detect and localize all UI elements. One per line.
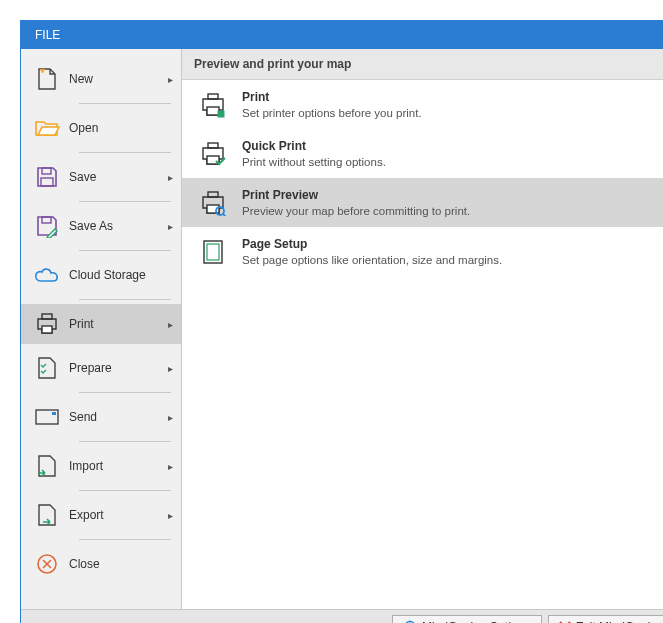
submenu-arrow-icon: ▸ xyxy=(163,172,173,183)
sidebar-item-label: Import xyxy=(61,459,163,473)
mindgenius-options-button[interactable]: MindGenius Options xyxy=(392,615,542,624)
exit-mindgenius-button[interactable]: Exit MindGenius xyxy=(548,615,663,624)
print-options-list: Print Set printer options before you pri… xyxy=(182,80,663,276)
svg-rect-1 xyxy=(41,178,53,186)
separator xyxy=(79,201,171,202)
sidebar-item-close[interactable]: Close xyxy=(21,544,181,584)
close-circle-icon xyxy=(33,552,61,576)
separator xyxy=(79,490,171,491)
sidebar-item-send[interactable]: Send ▸ xyxy=(21,397,181,437)
sidebar-item-print[interactable]: Print ▸ xyxy=(21,304,181,344)
cloud-icon xyxy=(33,266,61,284)
svg-line-16 xyxy=(223,214,226,216)
separator xyxy=(79,103,171,104)
svg-rect-2 xyxy=(42,217,51,223)
import-file-icon xyxy=(33,453,61,479)
option-desc: Set page options like orientation, size … xyxy=(242,254,663,266)
svg-rect-4 xyxy=(42,326,52,333)
printer-icon xyxy=(194,92,232,118)
sidebar-item-label: Print xyxy=(61,317,163,331)
titlebar: FILE xyxy=(21,21,663,49)
sidebar-item-label: Send xyxy=(61,410,163,424)
svg-rect-10 xyxy=(218,111,224,117)
printer-icon xyxy=(33,312,61,336)
svg-rect-3 xyxy=(42,314,52,319)
quick-print-icon xyxy=(194,141,232,167)
save-disk-icon xyxy=(33,165,61,189)
sidebar-item-label: Save xyxy=(61,170,163,184)
sidebar-item-save-as[interactable]: Save As ▸ xyxy=(21,206,181,246)
new-file-icon xyxy=(33,66,61,92)
svg-rect-9 xyxy=(207,107,219,115)
sidebar-item-label: Open xyxy=(61,121,173,135)
sidebar-item-open[interactable]: Open xyxy=(21,108,181,148)
submenu-arrow-icon: ▸ xyxy=(163,319,173,330)
sidebar-item-save[interactable]: Save ▸ xyxy=(21,157,181,197)
sidebar-item-label: Save As xyxy=(61,219,163,233)
sidebar-item-export[interactable]: Export ▸ xyxy=(21,495,181,535)
option-print-preview[interactable]: Print Preview Preview your map before co… xyxy=(182,178,663,227)
gear-icon xyxy=(403,620,417,624)
svg-rect-6 xyxy=(52,412,56,415)
sidebar-item-label: Close xyxy=(61,557,173,571)
print-submenu-panel: Preview and print your map Print Set pri xyxy=(181,49,663,609)
option-desc: Set printer options before you print. xyxy=(242,107,663,119)
sidebar-item-label: Prepare xyxy=(61,361,163,375)
option-desc: Print without setting options. xyxy=(242,156,663,168)
option-title: Print xyxy=(242,90,663,104)
open-folder-icon xyxy=(33,118,61,138)
print-preview-icon xyxy=(194,190,232,216)
separator xyxy=(79,152,171,153)
separator xyxy=(79,250,171,251)
titlebar-label: FILE xyxy=(35,28,60,42)
sidebar-item-new[interactable]: New ▸ xyxy=(21,59,181,99)
sidebar-item-prepare[interactable]: Prepare ▸ xyxy=(21,348,181,388)
export-file-icon xyxy=(33,502,61,528)
sidebar-item-label: Export xyxy=(61,508,163,522)
checklist-icon xyxy=(33,355,61,381)
button-label: Exit MindGenius xyxy=(576,620,663,624)
option-quick-print[interactable]: Quick Print Print without setting option… xyxy=(182,129,663,178)
page-setup-icon xyxy=(194,238,232,266)
option-page-setup[interactable]: Page Setup Set page options like orienta… xyxy=(182,227,663,276)
submenu-arrow-icon: ▸ xyxy=(163,74,173,85)
svg-rect-11 xyxy=(208,143,218,148)
file-menu-window: FILE New ▸ xyxy=(20,20,663,623)
submenu-arrow-icon: ▸ xyxy=(163,221,173,232)
svg-rect-0 xyxy=(42,168,51,174)
separator xyxy=(79,539,171,540)
menu-body: New ▸ Open xyxy=(21,49,663,609)
file-sidebar: New ▸ Open xyxy=(21,49,181,609)
panel-header: Preview and print your map xyxy=(182,49,663,80)
option-title: Print Preview xyxy=(242,188,663,202)
svg-rect-8 xyxy=(208,94,218,99)
svg-rect-13 xyxy=(208,192,218,197)
separator xyxy=(79,441,171,442)
option-title: Page Setup xyxy=(242,237,663,251)
option-title: Quick Print xyxy=(242,139,663,153)
option-desc: Preview your map before committing to pr… xyxy=(242,205,663,217)
sidebar-item-label: Cloud Storage xyxy=(61,268,173,282)
sidebar-item-label: New xyxy=(61,72,163,86)
separator xyxy=(79,299,171,300)
submenu-arrow-icon: ▸ xyxy=(163,363,173,374)
button-label: MindGenius Options xyxy=(422,620,531,624)
envelope-icon xyxy=(33,408,61,426)
sidebar-item-import[interactable]: Import ▸ xyxy=(21,446,181,486)
save-as-icon xyxy=(33,214,61,238)
sidebar-item-cloud-storage[interactable]: Cloud Storage xyxy=(21,255,181,295)
submenu-arrow-icon: ▸ xyxy=(163,412,173,423)
svg-rect-18 xyxy=(207,244,219,260)
option-print[interactable]: Print Set printer options before you pri… xyxy=(182,80,663,129)
footer-bar: MindGenius Options Exit MindGenius xyxy=(21,609,663,623)
submenu-arrow-icon: ▸ xyxy=(163,510,173,521)
separator xyxy=(79,392,171,393)
submenu-arrow-icon: ▸ xyxy=(163,461,173,472)
